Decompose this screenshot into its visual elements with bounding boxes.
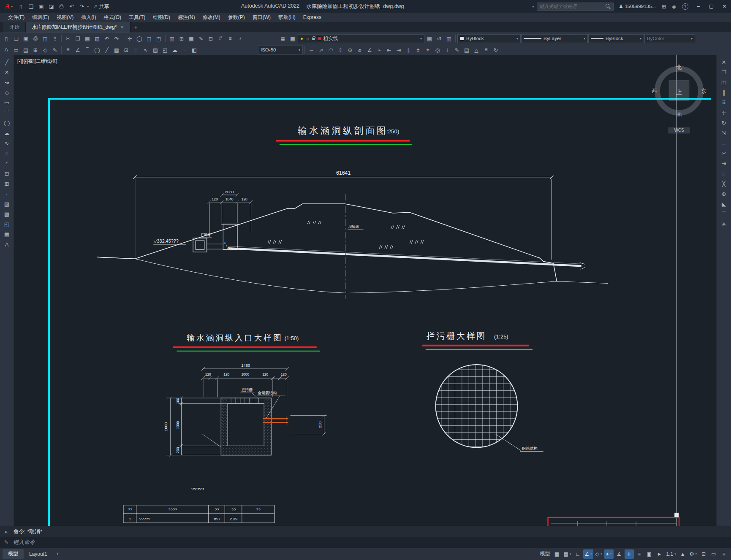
dim-text-edit-icon[interactable]: ▤ (462, 45, 471, 54)
zoom-realtime-icon[interactable]: ◯ (135, 34, 144, 43)
quick-calc-icon[interactable]: # (216, 34, 225, 43)
annotation-icon[interactable]: ► (655, 549, 664, 559)
transparency-icon[interactable]: ▣ (645, 549, 654, 559)
design-center-icon[interactable]: ⊞ (177, 34, 186, 43)
layer-on-bulb-icon[interactable]: ● (300, 36, 303, 41)
revision-cloud-icon[interactable]: ☁ (2, 128, 12, 138)
grid-icon[interactable]: ▦ (552, 549, 561, 559)
undo-icon[interactable]: ↶ (67, 2, 76, 11)
gradient-icon[interactable]: ▩ (2, 209, 12, 219)
redo-icon[interactable]: ↷ (77, 2, 86, 11)
customize-pencil-icon[interactable]: ✎ (3, 539, 10, 545)
circle-tool-icon[interactable]: ◯ (92, 45, 102, 54)
workspace-gear-icon[interactable]: ⚙▾ (688, 549, 698, 559)
zoom-window-icon[interactable]: ◱ (144, 34, 154, 43)
table-tool-icon[interactable]: ▦ (112, 45, 121, 54)
autodesk-apps-icon[interactable]: ◈ (669, 2, 679, 11)
new-layout-button[interactable]: + (53, 551, 62, 557)
search-icon[interactable] (606, 4, 611, 9)
tolerance-icon[interactable]: ± (413, 45, 423, 54)
point-icon[interactable]: ∙ (180, 45, 189, 54)
undo-icon[interactable]: ↶ (102, 34, 111, 43)
object-snap-tracking-icon[interactable]: ∡ (614, 549, 624, 559)
spline-icon[interactable]: ∿ (2, 138, 12, 148)
dim-diameter-icon[interactable]: ⌀ (355, 45, 364, 54)
polar-tracking-icon[interactable]: ∠▾ (583, 549, 593, 559)
fillet-icon[interactable]: ⌒ (719, 209, 729, 219)
help-toolbar-icon[interactable]: ≡ (226, 34, 235, 43)
layer-properties-icon[interactable]: ≣ (278, 34, 288, 43)
multiline-text-icon[interactable]: A (2, 240, 12, 249)
insert-block-icon[interactable]: ⊡ (2, 169, 12, 178)
gradient-icon[interactable]: ◧ (190, 45, 199, 54)
break-icon[interactable]: ╳ (719, 179, 729, 188)
drawing-canvas[interactable]: [-][俯视][二维线框] (14, 55, 716, 526)
make-block-icon[interactable]: ⊞ (2, 179, 12, 188)
properties-icon[interactable]: ▥ (167, 34, 177, 43)
application-menu-button[interactable]: A▾ (3, 2, 15, 11)
menu-parametric[interactable]: 参数(P) (224, 13, 249, 22)
dim-refresh-icon[interactable]: ↻ (491, 45, 500, 54)
dim-space-icon[interactable]: ∥ (404, 45, 413, 54)
explode-icon[interactable]: ✳ (719, 219, 729, 229)
close-tab-icon[interactable]: ✕ (120, 25, 124, 30)
hatch-icon[interactable]: ▨ (151, 45, 160, 54)
viewport-controls-label[interactable]: [-][俯视][二维线框] (17, 58, 57, 64)
annotation-monitor-icon[interactable]: ⊡ (699, 549, 708, 559)
tool-palettes-icon[interactable]: ▦ (187, 34, 196, 43)
match-properties-icon[interactable]: ▧ (92, 34, 102, 43)
trim-icon[interactable]: ✂ (719, 149, 729, 158)
publish-icon[interactable]: ⇪ (50, 34, 60, 43)
menu-help[interactable]: 帮助(H) (274, 13, 299, 22)
extend-icon[interactable]: ⇥ (719, 159, 729, 168)
copy-icon[interactable]: ❐ (73, 34, 82, 43)
menu-insert[interactable]: 插入(I) (77, 13, 100, 22)
menu-view[interactable]: 视图(V) (53, 13, 77, 22)
ellipse-arc-icon[interactable]: ◜ (2, 159, 12, 168)
cut-icon[interactable]: ✂ (63, 34, 73, 43)
dynamic-input-icon[interactable]: ✛ (625, 549, 634, 559)
lineweight-display-icon[interactable]: ≡ (635, 549, 644, 559)
save-icon[interactable]: ▣ (36, 2, 46, 11)
command-input-hint[interactable]: 键入命令 (13, 538, 35, 546)
offset-icon[interactable]: ∥ (719, 88, 729, 97)
help-icon[interactable]: ? (682, 3, 688, 10)
menu-file[interactable]: 文件(F) (4, 13, 28, 22)
color-control-dropdown[interactable]: ByBlock▾ (457, 34, 521, 43)
revision-cloud-icon[interactable]: ☁ (170, 45, 179, 54)
menu-format[interactable]: 格式(O) (100, 13, 125, 22)
snap-icon[interactable]: ▤▾ (562, 549, 572, 559)
plot-icon[interactable]: ⎙ (31, 34, 40, 43)
break-at-point-icon[interactable]: ◌ (719, 169, 729, 178)
move-icon[interactable]: ✛ (719, 108, 729, 117)
paste-icon[interactable]: ▤ (83, 34, 92, 43)
insert-icon[interactable]: ⊡ (122, 45, 131, 54)
erase-icon[interactable]: ✕ (719, 57, 729, 67)
point-style-icon[interactable]: ◇ (41, 45, 50, 54)
isodraft-icon[interactable]: ◇▾ (594, 549, 603, 559)
make-layer-current-icon[interactable]: ▤ (425, 34, 434, 43)
line-icon[interactable]: ╱ (2, 57, 12, 67)
menu-edit[interactable]: 编辑(E) (28, 13, 53, 22)
dim-radius-icon[interactable]: ⊙ (345, 45, 355, 54)
dim-jogged-icon[interactable]: ↕ (443, 45, 452, 54)
object-snap-icon[interactable]: ⌖▾ (604, 549, 614, 559)
menu-modify[interactable]: 修改(M) (199, 13, 224, 22)
new-tab-button[interactable]: + (130, 22, 141, 32)
rectangle-icon[interactable]: ▭ (2, 98, 12, 107)
tab-drawing[interactable]: 水库除险加固工程初步设计图纸_dwg*✕ (26, 22, 130, 32)
blocks-icon[interactable]: ◔ (235, 34, 245, 43)
dim-aligned-icon[interactable]: ↗ (316, 45, 326, 54)
spline-icon[interactable]: ∿ (141, 45, 150, 54)
arc-icon[interactable]: ⌒ (2, 108, 12, 117)
scale-icon[interactable]: ⇲ (719, 128, 729, 138)
new-icon[interactable]: ▯ (2, 34, 11, 43)
annotation-visibility-icon[interactable]: ▲ (678, 549, 688, 559)
app-store-cart-icon[interactable]: ⊞ (659, 2, 668, 11)
save-as-icon[interactable]: ◪ (46, 2, 56, 11)
dim-quick-icon[interactable]: ≈ (375, 45, 384, 54)
model-space-button[interactable]: 模型 (538, 549, 551, 559)
dim-style-manager-icon[interactable]: ≡ (481, 45, 491, 54)
customization-menu-icon[interactable]: ≡ (719, 549, 728, 559)
redo-icon[interactable]: ↷ (112, 34, 121, 43)
